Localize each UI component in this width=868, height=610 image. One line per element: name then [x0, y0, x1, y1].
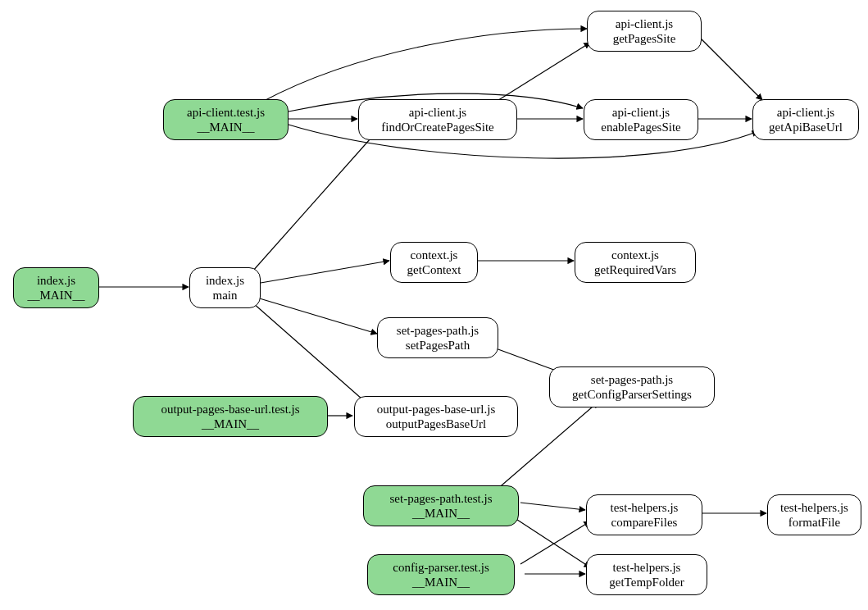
node-line2: findOrCreatePagesSite — [369, 120, 507, 134]
node-line1: api-client.test.js — [174, 105, 278, 120]
node-line1: context.js — [401, 248, 467, 262]
node-line1: config-parser.test.js — [378, 560, 504, 575]
node-api-enable-pages-site[interactable]: api-client.js enablePagesSite — [584, 99, 698, 140]
node-line2: getContext — [401, 262, 467, 277]
node-line1: api-client.js — [598, 16, 691, 31]
node-line1: context.js — [585, 248, 685, 262]
node-api-get-pages-site[interactable]: api-client.js getPagesSite — [587, 11, 702, 52]
node-context-get[interactable]: context.js getContext — [390, 242, 478, 283]
node-helpers-compare[interactable]: test-helpers.js compareFiles — [586, 494, 702, 535]
node-set-pages-config[interactable]: set-pages-path.js getConfigParserSetting… — [549, 366, 715, 407]
node-line1: set-pages-path.js — [388, 323, 488, 338]
node-line2: formatFile — [778, 515, 851, 530]
diagram-canvas: index.js __MAIN__ index.js main api-clie… — [0, 0, 868, 610]
node-output-base-url[interactable]: output-pages-base-url.js outputPagesBase… — [354, 396, 518, 437]
node-line1: index.js — [200, 273, 250, 288]
node-line2: outputPagesBaseUrl — [365, 417, 507, 431]
node-line2: compareFiles — [597, 515, 692, 530]
node-set-pages-test[interactable]: set-pages-path.test.js __MAIN__ — [363, 485, 519, 526]
node-set-pages-path[interactable]: set-pages-path.js setPagesPath — [377, 317, 498, 358]
node-line1: test-helpers.js — [597, 560, 697, 575]
node-line2: getRequiredVars — [585, 262, 685, 277]
node-output-base-url-test[interactable]: output-pages-base-url.test.js __MAIN__ — [133, 396, 328, 437]
node-line1: api-client.js — [594, 105, 688, 120]
node-index-main[interactable]: index.js main — [189, 267, 261, 308]
node-helpers-tempfolder[interactable]: test-helpers.js getTempFolder — [586, 554, 707, 595]
node-line1: index.js — [24, 273, 89, 288]
node-line2: __MAIN__ — [143, 417, 317, 431]
node-line2: getApiBaseUrl — [763, 120, 848, 134]
node-line1: set-pages-path.js — [560, 372, 704, 387]
node-line1: output-pages-base-url.test.js — [143, 402, 317, 417]
node-line1: test-helpers.js — [597, 500, 692, 515]
node-api-client-test[interactable]: api-client.test.js __MAIN__ — [163, 99, 289, 140]
node-line2: getTempFolder — [597, 575, 697, 590]
node-context-required[interactable]: context.js getRequiredVars — [575, 242, 696, 283]
node-line2: getPagesSite — [598, 31, 691, 46]
node-line2: __MAIN__ — [378, 575, 504, 590]
node-line1: set-pages-path.test.js — [374, 491, 508, 506]
node-line2: __MAIN__ — [24, 288, 89, 303]
node-line2: __MAIN__ — [174, 120, 278, 134]
node-line2: main — [200, 288, 250, 303]
node-api-find-or-create[interactable]: api-client.js findOrCreatePagesSite — [358, 99, 517, 140]
node-line1: api-client.js — [369, 105, 507, 120]
node-api-get-base-url[interactable]: api-client.js getApiBaseUrl — [752, 99, 859, 140]
node-line2: enablePagesSite — [594, 120, 688, 134]
node-line1: api-client.js — [763, 105, 848, 120]
node-config-parser-test[interactable]: config-parser.test.js __MAIN__ — [367, 554, 515, 595]
node-line2: __MAIN__ — [374, 506, 508, 521]
node-line1: test-helpers.js — [778, 500, 851, 515]
node-index-main-entry[interactable]: index.js __MAIN__ — [13, 267, 99, 308]
node-line1: output-pages-base-url.js — [365, 402, 507, 417]
node-helpers-format[interactable]: test-helpers.js formatFile — [767, 494, 861, 535]
node-line2: setPagesPath — [388, 338, 488, 353]
node-line2: getConfigParserSettings — [560, 387, 704, 402]
